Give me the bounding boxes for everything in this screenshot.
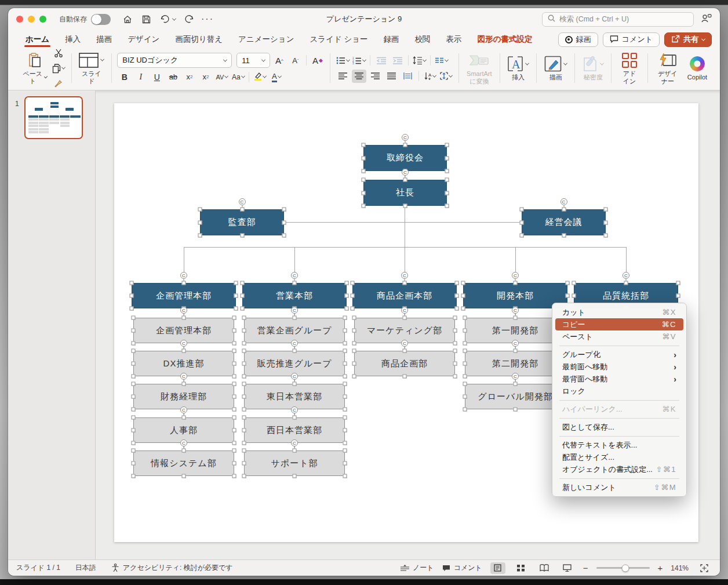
org-chart-shape[interactable]: 経営会議 xyxy=(522,209,606,235)
rotation-handle[interactable]: C xyxy=(180,439,187,446)
selection-handle[interactable] xyxy=(132,382,136,386)
selection-handle[interactable] xyxy=(445,143,449,147)
selection-handle[interactable] xyxy=(463,395,467,399)
selection-handle[interactable] xyxy=(463,382,467,386)
selection-handle[interactable] xyxy=(351,281,355,285)
align-text-vertical-button[interactable] xyxy=(439,70,453,83)
slide-sorter-view-button[interactable] xyxy=(514,562,529,574)
slideshow-button[interactable] xyxy=(560,562,575,574)
selection-handle[interactable] xyxy=(343,341,347,346)
selection-handle[interactable] xyxy=(463,349,467,353)
outdent-button[interactable] xyxy=(374,54,388,67)
selection-handle[interactable] xyxy=(242,428,246,433)
decrease-font-size-button[interactable]: Aˇ xyxy=(288,54,303,67)
org-chart-shape[interactable]: サポート部 xyxy=(244,450,345,476)
rotation-handle[interactable]: C xyxy=(180,272,187,279)
selection-handle[interactable] xyxy=(445,169,449,173)
selection-handle[interactable] xyxy=(463,329,467,333)
selection-handle[interactable] xyxy=(232,474,236,478)
comments-button[interactable]: コメント xyxy=(603,32,660,47)
selection-handle[interactable] xyxy=(520,220,524,224)
selection-handle[interactable] xyxy=(132,329,136,333)
selection-handle[interactable] xyxy=(403,178,407,182)
selection-handle[interactable] xyxy=(604,208,608,212)
selection-handle[interactable] xyxy=(461,307,465,311)
selection-handle[interactable] xyxy=(514,382,518,386)
rotation-handle[interactable]: C xyxy=(623,272,629,279)
undo-icon[interactable] xyxy=(157,12,178,26)
selection-handle[interactable] xyxy=(232,441,236,445)
selection-handle[interactable] xyxy=(514,408,518,412)
slide-thumbnail[interactable] xyxy=(24,96,83,139)
clear-formatting-button[interactable]: A◆ xyxy=(310,54,325,67)
zoom-out-button[interactable]: − xyxy=(583,563,588,573)
selection-handle[interactable] xyxy=(445,156,449,160)
rotation-handle[interactable]: C xyxy=(401,272,408,279)
selection-handle[interactable] xyxy=(132,428,136,433)
rotation-handle[interactable]: C xyxy=(239,198,246,205)
selection-handle[interactable] xyxy=(242,362,246,366)
selection-handle[interactable] xyxy=(282,234,286,238)
ribbon-tab[interactable]: デザイン xyxy=(128,30,159,49)
selection-handle[interactable] xyxy=(293,349,297,353)
org-chart-shape[interactable]: 商品企画部 xyxy=(354,351,455,376)
superscript-button[interactable]: x2 xyxy=(182,70,196,83)
selection-handle[interactable] xyxy=(182,382,186,386)
designer-button[interactable]: デザイナー xyxy=(653,50,682,86)
reading-view-button[interactable] xyxy=(537,562,552,574)
context-menu-item[interactable]: ハイパーリンク...⌘K xyxy=(555,403,683,415)
context-menu-item[interactable]: 配置とサイズ... xyxy=(555,451,683,463)
selection-handle[interactable] xyxy=(198,208,202,212)
selection-handle[interactable] xyxy=(232,428,236,433)
highlight-color-button[interactable] xyxy=(253,70,267,83)
selection-handle[interactable] xyxy=(132,395,136,399)
selection-handle[interactable] xyxy=(463,362,467,366)
selection-handle[interactable] xyxy=(514,349,518,353)
context-menu-item[interactable]: 図として保存... xyxy=(555,421,683,433)
selection-handle[interactable] xyxy=(453,375,457,379)
rotation-handle[interactable]: C xyxy=(291,272,298,279)
selection-handle[interactable] xyxy=(345,307,349,311)
selection-handle[interactable] xyxy=(132,408,136,412)
zoom-slider[interactable] xyxy=(596,567,650,569)
selection-handle[interactable] xyxy=(463,375,467,379)
rotation-handle[interactable]: C xyxy=(512,307,519,314)
selection-handle[interactable] xyxy=(514,316,518,320)
selection-handle[interactable] xyxy=(132,341,136,346)
justify-button[interactable] xyxy=(384,70,399,83)
context-menu-item[interactable]: ロック xyxy=(555,385,683,397)
selection-handle[interactable] xyxy=(463,316,467,320)
selection-handle[interactable] xyxy=(343,329,347,333)
selection-handle[interactable] xyxy=(343,395,347,399)
selection-handle[interactable] xyxy=(282,220,286,224)
ribbon-tab[interactable]: 表示 xyxy=(446,30,462,49)
selection-handle[interactable] xyxy=(453,329,457,333)
selection-handle[interactable] xyxy=(241,307,245,311)
selection-handle[interactable] xyxy=(130,307,134,311)
selection-handle[interactable] xyxy=(198,220,202,224)
selection-handle[interactable] xyxy=(604,220,608,224)
selection-handle[interactable] xyxy=(352,362,356,366)
bullets-button[interactable] xyxy=(336,54,350,67)
rotation-handle[interactable]: C xyxy=(291,406,298,413)
selection-handle[interactable] xyxy=(403,316,407,320)
selection-handle[interactable] xyxy=(130,294,134,298)
selection-handle[interactable] xyxy=(352,341,356,346)
selection-handle[interactable] xyxy=(182,449,186,453)
selection-handle[interactable] xyxy=(445,178,449,182)
new-slide-button[interactable]: スライド xyxy=(77,50,106,86)
align-left-button[interactable] xyxy=(336,70,350,83)
context-menu-item[interactable]: 最前面へ移動› xyxy=(555,361,683,373)
selection-handle[interactable] xyxy=(362,191,366,195)
notes-button[interactable]: ノート xyxy=(401,563,434,573)
selection-handle[interactable] xyxy=(198,234,202,238)
rotation-handle[interactable]: C xyxy=(402,134,409,141)
rotation-handle[interactable]: C xyxy=(180,307,187,314)
selection-handle[interactable] xyxy=(362,143,366,147)
selection-handle[interactable] xyxy=(403,375,407,379)
selection-handle[interactable] xyxy=(242,395,246,399)
selection-handle[interactable] xyxy=(242,382,246,386)
selection-handle[interactable] xyxy=(242,449,246,453)
distribute-text-button[interactable] xyxy=(401,70,415,83)
selection-handle[interactable] xyxy=(182,349,186,353)
